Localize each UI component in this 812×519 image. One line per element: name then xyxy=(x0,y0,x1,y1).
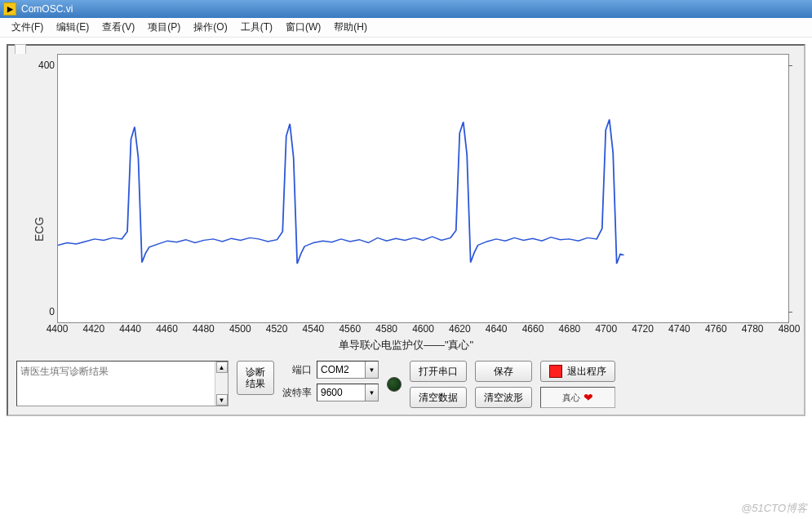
menu-project[interactable]: 项目(P) xyxy=(141,18,187,37)
menubar: 文件(F) 编辑(E) 查看(V) 项目(P) 操作(O) 工具(T) 窗口(W… xyxy=(0,18,812,38)
port-combo[interactable]: ▼ xyxy=(317,361,379,379)
port-label: 端口 xyxy=(282,363,312,377)
frame-tab xyxy=(15,44,26,54)
window-title: ComOSC.vi xyxy=(21,3,73,15)
logo-text: 真心 xyxy=(562,392,580,404)
ecg-chart[interactable]: 400 0 xyxy=(57,54,789,323)
x-axis-ticks: 4400442044404460448045004520454045604580… xyxy=(57,323,789,336)
x-tick: 4800 xyxy=(779,323,801,335)
menu-help[interactable]: 帮助(H) xyxy=(327,18,374,37)
serial-settings: 端口 ▼ 波特率 ▼ xyxy=(282,361,379,401)
menu-tools[interactable]: 工具(T) xyxy=(234,18,279,37)
clear-data-button[interactable]: 清空数据 xyxy=(410,387,467,408)
port-value[interactable] xyxy=(317,362,365,378)
baud-label: 波特率 xyxy=(282,386,312,400)
chart-title: 单导联心电监护仪——"真心" xyxy=(16,338,796,353)
diagnosis-box: ▲ ▼ xyxy=(16,361,229,406)
clear-wave-button[interactable]: 清空波形 xyxy=(475,387,532,408)
diagnosis-input[interactable] xyxy=(17,362,215,406)
x-tick: 4740 xyxy=(668,323,690,335)
watermark: @51CTO博客 xyxy=(741,501,807,516)
x-tick: 4700 xyxy=(595,323,617,335)
y-tick-max: 400 xyxy=(25,60,58,71)
x-tick: 4400 xyxy=(47,323,69,335)
labview-icon: ▶ xyxy=(3,2,16,16)
menu-view[interactable]: 查看(V) xyxy=(95,18,141,37)
x-tick: 4540 xyxy=(303,323,325,335)
main-frame: ECG 400 0 440044204440446044804500452045… xyxy=(7,44,805,416)
exit-button[interactable]: 退出程序 xyxy=(540,361,615,382)
stop-icon xyxy=(549,365,562,378)
logo-badge: 真心 ❤ xyxy=(540,387,615,408)
x-tick: 4420 xyxy=(82,323,104,335)
x-tick: 4600 xyxy=(412,323,434,335)
ecg-trace xyxy=(58,55,788,322)
baud-value[interactable] xyxy=(317,384,365,401)
x-tick: 4500 xyxy=(229,323,251,335)
exit-label: 退出程序 xyxy=(567,365,606,379)
x-tick: 4520 xyxy=(266,323,288,335)
save-button[interactable]: 保存 xyxy=(475,361,532,382)
scroll-up-icon[interactable]: ▲ xyxy=(216,362,228,373)
open-port-button[interactable]: 打开串口 xyxy=(410,361,467,382)
x-tick: 4620 xyxy=(449,323,471,335)
x-tick: 4760 xyxy=(705,323,727,335)
x-tick: 4560 xyxy=(339,323,361,335)
chevron-down-icon[interactable]: ▼ xyxy=(365,384,378,401)
x-tick: 4720 xyxy=(632,323,654,335)
x-tick: 4440 xyxy=(119,323,141,335)
x-tick: 4680 xyxy=(559,323,581,335)
y-tick-min: 0 xyxy=(25,306,58,317)
x-tick: 4660 xyxy=(522,323,544,335)
chevron-down-icon[interactable]: ▼ xyxy=(365,362,378,378)
diag-result-button[interactable]: 诊断 结果 xyxy=(237,361,274,395)
diagnosis-scrollbar[interactable]: ▲ ▼ xyxy=(215,362,228,406)
menu-operate[interactable]: 操作(O) xyxy=(187,18,233,37)
x-tick: 4640 xyxy=(486,323,508,335)
menu-window[interactable]: 窗口(W) xyxy=(279,18,327,37)
baud-combo[interactable]: ▼ xyxy=(317,384,379,401)
x-tick: 4480 xyxy=(193,323,215,335)
scroll-down-icon[interactable]: ▼ xyxy=(216,394,228,406)
y-axis-label: ECG xyxy=(33,217,46,242)
titlebar: ▶ ComOSC.vi xyxy=(0,0,812,18)
x-tick: 4780 xyxy=(742,323,764,335)
heart-icon: ❤ xyxy=(583,391,593,404)
x-tick: 4580 xyxy=(375,323,397,335)
menu-file[interactable]: 文件(F) xyxy=(5,18,50,37)
status-led xyxy=(387,377,402,392)
x-tick: 4460 xyxy=(156,323,178,335)
menu-edit[interactable]: 编辑(E) xyxy=(50,18,95,37)
